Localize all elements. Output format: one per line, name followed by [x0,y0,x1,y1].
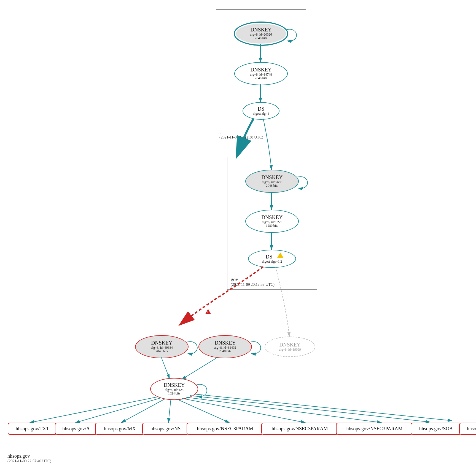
node-hhs-key1: DNSKEY alg=8, id=49384 2048 bits [135,335,189,358]
rrset-6: hhsops.gov/NSEC3PARAM [336,423,413,435]
rrset-7: hhsops.gov/SOA [411,423,461,435]
rrset-1: hhsops.gov/A [55,423,97,435]
node-gov-ds: DS digest algs=1,2 [248,250,296,268]
node-root-zsk: DNSKEY alg=8, id=14748 2048 bits [234,62,288,85]
node-gov-ksk: DNSKEY alg=8, id=7698 2048 bits [245,170,299,193]
warning-icon [277,252,283,258]
rrset-5: hhsops.gov/NSEC3PARAM [261,423,338,435]
rrset-4: hhsops.gov/NSEC3PARAM [187,423,263,435]
rrset-0: hhsops.gov/TXT [8,423,57,435]
node-root-ds: DS digest alg=2 [243,102,279,120]
error-icon [205,309,211,314]
rrset-3: hhsops.gov/NS [142,423,189,435]
zone-gov-label: gov (2021-11-09 20:17:57 UTC) [231,277,275,287]
zone-root-label: . (2021-11-09 18:12:38 UTC) [219,129,263,140]
rrset-8: hhsops.gov/AAAA [459,423,476,435]
rrset-2: hhsops.gov/MX [95,423,144,435]
node-hhs-key2: DNSKEY alg=8, id=61402 2048 bits [198,335,252,358]
node-hhs-key-faint: DNSKEY alg=8, id=19099 [265,337,315,357]
node-hhs-zsk: DNSKEY alg=8, id=123 1024 bits [150,378,198,400]
zone-hhsops-label: hhsops.gov (2021-11-09 22:57:40 UTC) [7,453,51,464]
node-gov-zsk: DNSKEY alg=8, id=6229 1280 bits [245,210,299,233]
node-root-ksk: DNSKEY alg=8, id=20326 2048 bits [234,22,288,45]
